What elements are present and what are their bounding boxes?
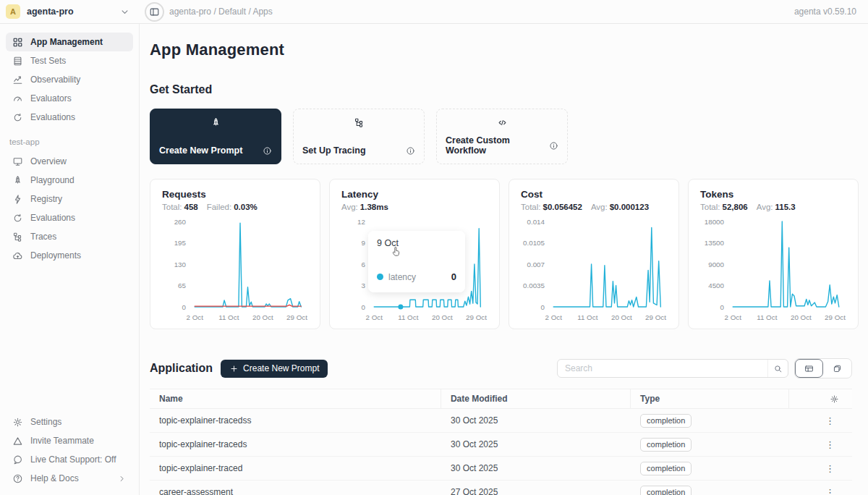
info-icon bbox=[263, 146, 272, 156]
stat-cards: RequestsTotal:458Failed:0.03%06513019526… bbox=[150, 179, 852, 329]
sidebar-item-label: Overview bbox=[30, 156, 67, 166]
table-view-icon bbox=[804, 364, 814, 373]
svg-text:2 Oct: 2 Oct bbox=[365, 313, 383, 321]
workspace-name: agenta-pro bbox=[27, 7, 74, 17]
gear-icon[interactable] bbox=[830, 394, 839, 404]
svg-text:0.007: 0.007 bbox=[527, 261, 545, 268]
get-started-card-create-custom-workflow[interactable]: Create Custom Workflow bbox=[436, 109, 568, 164]
search-icon[interactable] bbox=[767, 360, 788, 377]
search-box bbox=[557, 359, 788, 378]
grid-icon bbox=[12, 37, 23, 48]
table-row[interactable]: topic-explainer-tracedss30 Oct 2025compl… bbox=[150, 409, 852, 433]
row-menu-button[interactable]: ⋮ bbox=[822, 463, 838, 474]
sidebar-item-evaluations[interactable]: Evaluations bbox=[6, 108, 133, 127]
breadcrumb[interactable]: agenta-pro / Default / Apps bbox=[169, 7, 273, 17]
type-cell: completion bbox=[631, 486, 788, 495]
date-modified-cell: 30 Oct 2025 bbox=[441, 415, 631, 426]
table-header-row: NameDate ModifiedType bbox=[150, 389, 852, 409]
type-badge: completion bbox=[640, 438, 692, 452]
stat-metric: Total:52,806 bbox=[700, 203, 748, 211]
sidebar-footer-nav: SettingsInvite TeammateLive Chat Support… bbox=[6, 412, 133, 488]
date-modified-cell: 30 Oct 2025 bbox=[441, 463, 631, 473]
app-name-cell: topic-explainer-tracedss bbox=[150, 415, 441, 426]
svg-text:195: 195 bbox=[174, 239, 187, 247]
create-new-prompt-button[interactable]: Create New Prompt bbox=[221, 360, 328, 378]
svg-text:18000: 18000 bbox=[705, 218, 725, 226]
sidebar-item-deployments[interactable]: Deployments bbox=[6, 246, 133, 265]
get-started-card-create-new-prompt[interactable]: Create New Prompt bbox=[150, 109, 281, 164]
svg-text:12: 12 bbox=[357, 218, 365, 226]
info-icon bbox=[549, 141, 558, 151]
svg-text:20 Oct: 20 Oct bbox=[252, 313, 273, 321]
chart-requests[interactable]: 0651301952602 Oct11 Oct20 Oct29 Oct bbox=[162, 216, 308, 324]
workspace-selector[interactable]: A agenta-pro bbox=[6, 4, 130, 19]
sidebar-item-evaluators[interactable]: Evaluators bbox=[6, 89, 133, 108]
svg-text:20 Oct: 20 Oct bbox=[791, 313, 812, 321]
stat-card-title: Latency bbox=[341, 189, 488, 200]
stat-card-cost: CostTotal:$0.056452Avg:$0.00012300.00350… bbox=[509, 179, 679, 329]
sidebar-item-registry[interactable]: Registry bbox=[6, 190, 133, 208]
chevron-down-icon[interactable] bbox=[119, 7, 130, 17]
column-header-type[interactable]: Type bbox=[631, 389, 788, 408]
actions-cell: ⋮ bbox=[789, 463, 852, 474]
code-icon bbox=[446, 117, 558, 128]
sidebar-item-invite-teammate[interactable]: Invite Teammate bbox=[6, 431, 133, 450]
tooltip-series-label: latency bbox=[388, 272, 416, 282]
chart-line-icon bbox=[12, 75, 23, 85]
svg-text:11 Oct: 11 Oct bbox=[398, 313, 418, 321]
table-view-button[interactable] bbox=[795, 359, 823, 378]
sidebar-item-help-docs[interactable]: Help & Docs bbox=[6, 469, 133, 488]
row-menu-button[interactable]: ⋮ bbox=[822, 439, 838, 450]
card-label: Set Up Tracing bbox=[302, 145, 366, 156]
legend-dot bbox=[377, 274, 383, 280]
sidebar-item-observability[interactable]: Observability bbox=[6, 70, 133, 89]
stat-card-summary: Total:458Failed:0.03% bbox=[162, 203, 308, 211]
sidebar-item-traces[interactable]: Traces bbox=[6, 227, 133, 246]
sidebar-item-evaluations[interactable]: Evaluations bbox=[6, 208, 133, 227]
svg-text:0: 0 bbox=[720, 303, 725, 311]
sidebar-item-settings[interactable]: Settings bbox=[6, 412, 133, 431]
chevron-right-icon bbox=[117, 474, 127, 483]
type-badge: completion bbox=[640, 462, 692, 475]
svg-text:2 Oct: 2 Oct bbox=[186, 313, 203, 321]
column-header-date-modified[interactable]: Date Modified bbox=[441, 389, 631, 408]
sidebar-item-test-sets[interactable]: Test Sets bbox=[6, 51, 133, 70]
row-menu-button[interactable]: ⋮ bbox=[822, 487, 838, 495]
sidebar-item-label: Settings bbox=[30, 417, 61, 427]
workspace-avatar: A bbox=[6, 4, 20, 19]
row-menu-button[interactable]: ⋮ bbox=[822, 415, 838, 426]
svg-text:0: 0 bbox=[541, 303, 545, 311]
help-icon bbox=[12, 473, 23, 484]
column-header-name[interactable]: Name bbox=[150, 389, 441, 408]
card-view-button[interactable] bbox=[823, 359, 851, 378]
stat-card-title: Tokens bbox=[700, 189, 846, 200]
app-version: agenta v0.59.10 bbox=[794, 7, 856, 17]
sidebar-item-overview[interactable]: Overview bbox=[6, 152, 133, 171]
svg-text:9: 9 bbox=[362, 239, 365, 247]
sidebar: App ManagementTest SetsObservabilityEval… bbox=[0, 24, 140, 495]
stat-card-tokens: TokensTotal:52,806Avg:115.30450090001350… bbox=[688, 179, 859, 329]
sidebar-app-nav: OverviewPlaygroundRegistryEvaluationsTra… bbox=[6, 152, 133, 265]
get-started-cards: Create New PromptSet Up TracingCreate Cu… bbox=[150, 109, 852, 164]
view-toggle bbox=[794, 358, 852, 378]
sidebar-item-label: Test Sets bbox=[30, 56, 66, 66]
chart-tokens[interactable]: 04500900013500180002 Oct11 Oct20 Oct29 O… bbox=[700, 216, 846, 324]
svg-text:11 Oct: 11 Oct bbox=[757, 313, 777, 321]
type-cell: completion bbox=[631, 462, 788, 475]
svg-text:3: 3 bbox=[362, 282, 366, 289]
sidebar-item-live-chat-support-off[interactable]: Live Chat Support: Off bbox=[6, 450, 133, 469]
svg-text:0: 0 bbox=[362, 303, 366, 311]
svg-text:6: 6 bbox=[362, 261, 366, 268]
table-row[interactable]: topic-explainer-traceds30 Oct 2025comple… bbox=[150, 433, 852, 457]
chart-cost[interactable]: 00.00350.0070.01050.0142 Oct11 Oct20 Oct… bbox=[521, 216, 667, 324]
table-row[interactable]: career-assessment27 Oct 2025completion⋮ bbox=[150, 481, 852, 495]
sidebar-item-playground[interactable]: Playground bbox=[6, 171, 133, 190]
sidebar-item-label: Playground bbox=[30, 175, 75, 185]
table-row[interactable]: topic-explainer-traced30 Oct 2025complet… bbox=[150, 457, 852, 481]
lightning-icon bbox=[12, 194, 23, 205]
sidebar-item-app-management[interactable]: App Management bbox=[6, 33, 133, 51]
sidebar-toggle-button[interactable] bbox=[145, 2, 164, 22]
get-started-card-set-up-tracing[interactable]: Set Up Tracing bbox=[293, 109, 425, 164]
search-input[interactable] bbox=[557, 359, 788, 378]
svg-text:2 Oct: 2 Oct bbox=[545, 313, 562, 321]
